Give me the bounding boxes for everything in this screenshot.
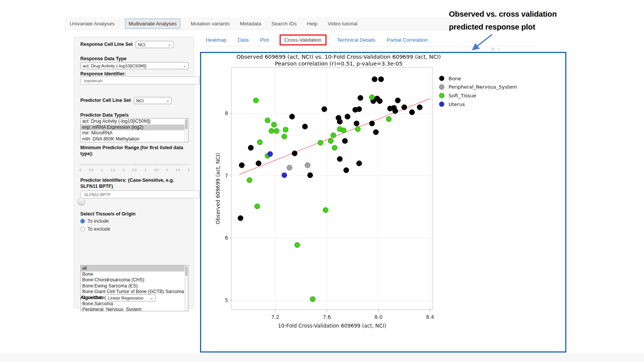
chevron-down-icon: ⌄ (166, 98, 169, 103)
response-identifier-input[interactable] (80, 76, 200, 84)
legend-item-bone[interactable]: Bone (439, 76, 461, 81)
nav-item-multivariate-analyses[interactable]: Multivariate Analyses (125, 19, 181, 29)
radio-to-include[interactable]: To include (80, 218, 189, 224)
y-tick-label: 5 (225, 297, 228, 303)
tab-cross-validation[interactable]: Cross-Validation (284, 37, 322, 43)
legend-marker-icon (439, 93, 444, 98)
tissue-option-peripheral-nervous-system[interactable]: Peripheral_Nervous_System (81, 307, 186, 311)
tissue-option-bone-sarcoma[interactable]: Bone:Sarcoma (81, 301, 186, 307)
chevron-down-icon: ⌄ (168, 42, 171, 47)
data-point-soft-tissue (341, 128, 346, 133)
data-point-bone (344, 167, 349, 173)
slider-tick-3: 3 (144, 168, 146, 172)
response-identifier-label: Response Identifier: (80, 71, 189, 77)
response-cell-line-set-select[interactable]: NCI ⌄ (136, 41, 174, 48)
data-point-bone (345, 114, 350, 119)
predictor-data-type-option-mir-microrna[interactable]: mir: MicroRNA (81, 130, 186, 136)
slider-tick-2: 2 (123, 168, 125, 172)
tab-partial-correlation[interactable]: Partial Correlation (387, 37, 428, 43)
data-point-bone (238, 215, 243, 221)
legend-item-soft-tissue[interactable]: Soft_Tissue (439, 93, 477, 98)
tissue-option-bone-ewing-sarcoma-es-[interactable]: Bone:Ewing Sarcoma (ES) (81, 283, 186, 289)
nav-item-help[interactable]: Help (307, 21, 317, 27)
predictor-data-types-label: Predictor Data Type/s (80, 112, 189, 118)
y-axis-title: Observed 609699 (act, NCI) (215, 153, 221, 225)
cross-validation-scatter-plot[interactable]: 7.27.68.08.4567810-Fold Cross-Validation… (200, 52, 566, 332)
data-point-bone (377, 98, 382, 104)
radio-button-icon[interactable] (80, 227, 85, 231)
data-point-soft-tissue (355, 126, 361, 132)
slider-tick-2.5: 2.5 (132, 168, 137, 172)
tissue-option-bone-chondrosarcoma-chs-[interactable]: Bone:Chondrosarcoma (CHS) (81, 277, 186, 283)
response-data-type-select[interactable]: act: Drug Activity (-log10[IC50M]) ⌄ (80, 62, 189, 69)
slider-tick-1.5: 1.5 (111, 168, 115, 172)
scrollbar[interactable] (184, 265, 188, 311)
nav-item-univariate-analyses[interactable]: Univariate Analyses (70, 21, 115, 27)
predictor-data-types-listbox[interactable]: act: Drug Activity (-log10[IC50M])exp: m… (80, 118, 189, 142)
data-point-bone (373, 130, 378, 135)
app-window: Univariate AnalysesMultivariate Analyses… (0, 0, 644, 362)
tab-technical-details[interactable]: Technical Details (337, 37, 375, 43)
tissue-option-bone[interactable]: Bone (81, 272, 186, 278)
algorithm-select[interactable]: Linear Regression ⌄ (106, 294, 156, 301)
tab-data[interactable]: Data (238, 37, 249, 43)
response-cell-line-set-label: Response Cell Line Set (80, 41, 133, 47)
y-tick-label: 6 (225, 235, 228, 241)
nav-item-video-tutorial[interactable]: Video tutorial (328, 21, 358, 27)
chevron-down-icon: ⌄ (150, 296, 153, 300)
active-tab-highlight-box: Cross-Validation (280, 34, 327, 45)
nav-item-mutation-variants[interactable]: Mutation variants (191, 21, 230, 27)
min-predictor-range-slider-track[interactable] (80, 164, 189, 165)
predictor-cell-line-set-select[interactable]: NCI ⌄ (134, 97, 172, 104)
tissue-option-all[interactable]: all (81, 265, 186, 272)
scrollbar-thumb[interactable] (185, 119, 188, 129)
y-tick-label: 7 (225, 173, 228, 179)
x-tick-label: 8.4 (426, 314, 434, 320)
slider-tick-labels: 00.511.522.533.544.55 (80, 168, 189, 173)
data-point-soft-tissue (323, 208, 328, 213)
plot-panel (231, 67, 433, 310)
predictor-data-type-option-exp-mrna-expression-log2-[interactable]: exp: mRNA Expression (log2) (81, 125, 186, 131)
data-point-soft-tissue (271, 122, 277, 127)
legend-item-uterus[interactable]: Uterus (439, 101, 465, 107)
predictor-data-type-option-act-drug-activity-log10-ic50m-[interactable]: act: Drug Activity (-log10[IC50M]) (81, 119, 186, 125)
data-point-soft-tissue (247, 178, 252, 183)
data-point-soft-tissue (295, 242, 300, 248)
slider-tick-1: 1 (101, 168, 103, 172)
scrollbar-thumb[interactable] (185, 266, 188, 276)
data-point-bone (369, 121, 375, 126)
analysis-settings-panel: Response Cell Line Set NCI ⌄ Response Da… (74, 37, 194, 309)
radio-button-icon[interactable] (80, 219, 85, 223)
tissue-origin-radio-group: To includeTo exclude (80, 218, 189, 234)
predictor-cell-line-set-label: Predictor Cell Line Set (80, 97, 131, 103)
scrollbar[interactable] (184, 119, 188, 142)
tab-heatmap[interactable]: Heatmap (206, 37, 227, 43)
predictor-identifiers-label: Predictor Identifiers: (Case-Sensitive, … (80, 177, 189, 190)
chevron-down-icon: ⌄ (183, 64, 186, 68)
response-data-type-label: Response Data Type (80, 56, 189, 62)
data-point-soft-tissue (253, 98, 259, 103)
nav-item-metadata[interactable]: Metadata (240, 21, 261, 27)
slider-tick-3.5: 3.5 (154, 168, 158, 172)
data-point-bone (322, 106, 327, 112)
legend-label: Peripheral_Nervous_System (449, 84, 517, 90)
nav-item-search-ids[interactable]: Search IDs (271, 21, 297, 27)
data-point-soft-tissue (257, 139, 263, 145)
data-point-bone (392, 108, 398, 114)
legend-marker-icon (439, 76, 444, 81)
radio-to-exclude[interactable]: To exclude (80, 226, 189, 232)
min-predictor-range-slider-handle[interactable] (78, 198, 85, 205)
annotation-text: Observed vs. cross validation predicted … (449, 8, 557, 33)
data-point-bone (354, 121, 359, 126)
data-point-bone (402, 105, 407, 110)
min-predictor-range-label: Minimum Predictor Range (for first liste… (80, 145, 189, 157)
predictor-data-type-option-mth-dna-850k-methylation[interactable]: mth: DNA 850K Methylation (81, 136, 186, 142)
tab-plot[interactable]: Plot (260, 37, 269, 43)
data-point-soft-tissue (269, 128, 274, 134)
data-point-bone (256, 161, 261, 166)
tissue-listbox[interactable]: allBoneBone:Chondrosarcoma (CHS)Bone:Ewi… (80, 265, 189, 311)
predictor-identifiers-input[interactable] (80, 190, 200, 198)
legend-label: Soft_Tissue (449, 93, 476, 98)
slider-tick-4.5: 4.5 (175, 168, 180, 172)
legend-item-peripheral-nervous-system[interactable]: Peripheral_Nervous_System (439, 84, 517, 90)
